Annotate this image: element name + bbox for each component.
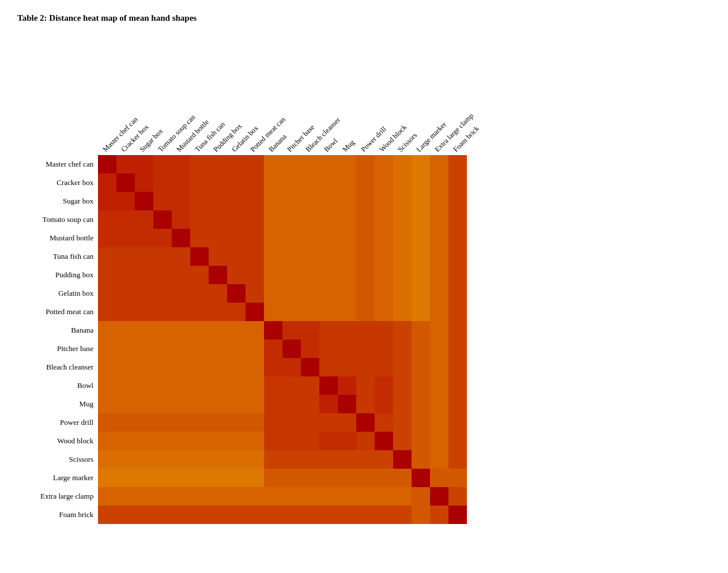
heatmap-cell [319,395,338,413]
heatmap-cell [301,487,319,506]
heatmap-cell [98,229,116,247]
heatmap-cell [209,340,227,358]
heatmap-cell [246,229,264,247]
heatmap-cell [282,395,301,413]
heatmap-cell [153,340,172,358]
heatmap-cell [153,174,172,192]
col-label: Bowl [323,137,340,154]
heatmap-cell [153,266,172,284]
heatmap-cell [430,450,448,469]
heatmap-cell [375,413,393,432]
heatmap-row [98,284,467,303]
heatmap-cell [135,450,153,469]
heatmap-cell [98,192,116,210]
heatmap-cell [135,210,153,229]
heatmap-cell [338,413,356,432]
heatmap-cell [430,210,448,229]
heatmap-cell [153,469,172,487]
heatmap-cell [412,469,430,487]
heatmap-cell [375,450,393,469]
row-label: Foam brick [40,506,96,524]
heatmap-cell [430,192,448,210]
heatmap-cell [98,469,116,487]
heatmap-cell [319,413,338,432]
col-label-wrapper: Cracker box [116,145,135,154]
heatmap-cell [356,210,375,229]
heatmap-cell [264,376,282,395]
heatmap-cell [246,266,264,284]
heatmap-cell [227,321,246,340]
heatmap-cell [135,266,153,284]
heatmap-cell [190,432,209,450]
heatmap-cell [319,192,338,210]
heatmap-cell [153,395,172,413]
heatmap-cell [393,284,412,303]
table-label: Table 2: Distance heat map of mean hand … [17,13,197,22]
heatmap-cell [301,247,319,266]
row-label: Tuna fish can [40,247,96,266]
heatmap-cell [319,450,338,469]
heatmap-cell [430,395,448,413]
row-label: Mug [40,395,96,413]
col-label-wrapper: Scissors [393,145,412,154]
heatmap-cell [301,192,319,210]
heatmap-cell [227,395,246,413]
heatmap-cell [246,413,264,432]
col-label-wrapper: Mustard bottle [172,145,190,154]
row-labels: Master chef canCracker boxSugar boxTomat… [40,155,96,524]
heatmap-cell [153,506,172,524]
heatmap-cell [282,229,301,247]
heatmap-cell [448,450,467,469]
heatmap-cell [375,376,393,395]
heatmap-cell [282,210,301,229]
heatmap-cell [135,155,153,174]
col-label-wrapper: Mug [338,145,356,154]
heatmap-cell [264,450,282,469]
heatmap-cell [375,303,393,321]
heatmap-cell [282,413,301,432]
heatmap-cell [246,210,264,229]
heatmap-cell [98,303,116,321]
heatmap-cell [282,506,301,524]
heatmap-cell [227,155,246,174]
heatmap-cell [393,174,412,192]
heatmap-cell [98,395,116,413]
heatmap-cell [356,340,375,358]
heatmap-cell [356,413,375,432]
row-label: Pudding box [40,266,96,284]
heatmap-cell [264,210,282,229]
col-label-wrapper: Potted meat can [246,145,264,154]
heatmap-cell [319,376,338,395]
heatmap-row [98,469,467,487]
row-label: Sugar box [40,192,96,210]
heatmap-cell [190,303,209,321]
heatmap-cell [246,506,264,524]
heatmap-row [98,303,467,321]
heatmap-cell [190,413,209,432]
heatmap-cell [282,376,301,395]
heatmap-cell [448,506,467,524]
heatmap-cell [172,413,190,432]
heatmap-cell [172,450,190,469]
heatmap-cell [153,303,172,321]
heatmap-cell [412,450,430,469]
heatmap-cell [448,487,467,506]
heatmap-cell [246,340,264,358]
heatmap-cell [430,174,448,192]
heatmap-cell [412,487,430,506]
heatmap-cell [172,321,190,340]
heatmap-cell [338,303,356,321]
heatmap-cell [338,358,356,376]
heatmap-cell [172,340,190,358]
heatmap-cell [209,469,227,487]
heatmap-cell [246,284,264,303]
heatmap-cell [209,487,227,506]
heatmap-cell [430,303,448,321]
heatmap-cell [190,358,209,376]
heatmap-cell [393,321,412,340]
heatmap-cell [412,247,430,266]
heatmap-cell [319,247,338,266]
heatmap-row [98,340,467,358]
heatmap-cell [338,469,356,487]
heatmap-cell [116,395,135,413]
